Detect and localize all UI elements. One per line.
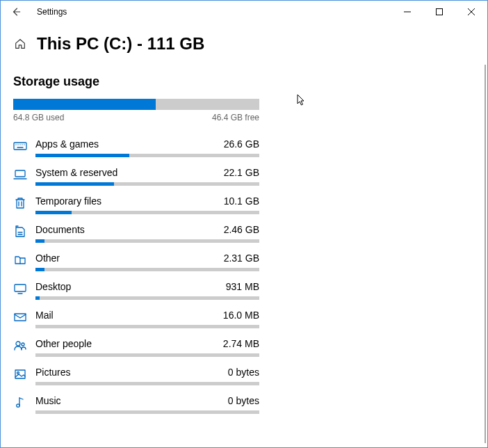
category-row[interactable]: Music0 bytes (13, 390, 259, 419)
category-row[interactable]: Other people2.74 MB (13, 333, 259, 362)
people-icon (13, 339, 27, 353)
minimize-button[interactable] (391, 1, 423, 23)
category-label: Documents (35, 224, 85, 235)
category-size: 0 bytes (228, 367, 259, 378)
category-bar-fill (35, 239, 44, 243)
category-bar (35, 410, 259, 414)
category-list: Apps & games26.6 GBSystem & reserved22.1… (13, 134, 259, 419)
category-row[interactable]: Temporary files10.1 GB (13, 191, 259, 219)
free-label: 46.4 GB free (212, 113, 259, 122)
category-size: 2.31 GB (224, 253, 259, 264)
svg-point-16 (17, 372, 19, 374)
category-bar (35, 211, 259, 214)
overall-usage-fill (13, 99, 156, 110)
category-label: Other (35, 253, 60, 264)
monitor-icon (13, 282, 27, 296)
scrollbar[interactable] (485, 65, 486, 443)
category-bar (35, 239, 259, 243)
mail-icon (13, 310, 27, 324)
svg-rect-10 (15, 285, 26, 291)
category-size: 22.1 GB (224, 167, 259, 178)
svg-rect-12 (15, 314, 26, 321)
category-row[interactable]: Pictures0 bytes (13, 362, 259, 390)
close-button[interactable] (455, 1, 487, 23)
used-label: 64.8 GB used (13, 113, 64, 122)
category-bar (35, 296, 259, 300)
category-size: 931 MB (226, 281, 259, 292)
category-bar (35, 325, 259, 328)
svg-point-14 (22, 343, 24, 346)
category-row[interactable]: Apps & games26.6 GB (13, 134, 259, 162)
cursor-pointer-icon (297, 94, 307, 108)
svg-rect-1 (437, 9, 443, 15)
category-row[interactable]: Desktop931 MB (13, 276, 259, 305)
folder-icon (13, 253, 27, 267)
overall-usage-bar (13, 99, 259, 110)
category-bar-fill (35, 296, 40, 300)
svg-rect-15 (15, 370, 25, 378)
category-row[interactable]: Other2.31 GB (13, 248, 259, 276)
category-bar (35, 154, 259, 157)
category-size: 16.0 MB (223, 310, 259, 321)
category-size: 0 bytes (228, 395, 259, 406)
category-bar (35, 268, 259, 271)
picture-icon (13, 367, 27, 381)
document-icon (13, 225, 27, 239)
category-label: Pictures (35, 367, 71, 378)
category-bar (35, 353, 259, 357)
svg-rect-9 (15, 170, 25, 177)
music-icon (13, 396, 27, 410)
category-label: Music (35, 395, 61, 406)
back-button[interactable] (6, 2, 26, 22)
category-bar-fill (35, 268, 44, 271)
category-bar (35, 182, 259, 186)
home-icon[interactable] (13, 37, 27, 51)
category-label: Desktop (35, 281, 71, 292)
app-title: Settings (37, 7, 67, 17)
category-bar-fill (35, 211, 72, 214)
category-row[interactable]: Documents2.46 GB (13, 219, 259, 248)
category-label: System & reserved (35, 167, 117, 178)
category-label: Other people (35, 338, 92, 349)
category-label: Temporary files (35, 195, 101, 207)
category-size: 2.74 MB (223, 338, 259, 349)
category-row[interactable]: System & reserved22.1 GB (13, 162, 259, 191)
laptop-icon (13, 168, 27, 182)
maximize-button[interactable] (423, 1, 455, 23)
category-bar (35, 382, 259, 385)
trash-icon (13, 196, 27, 210)
page-title: This PC (C:) - 111 GB (37, 34, 204, 54)
category-size: 2.46 GB (224, 224, 259, 235)
category-label: Apps & games (35, 138, 99, 150)
category-row[interactable]: Mail16.0 MB (13, 305, 259, 333)
keyboard-icon (13, 139, 27, 153)
category-size: 26.6 GB (224, 138, 259, 150)
storage-usage-heading: Storage usage (13, 74, 259, 89)
category-size: 10.1 GB (224, 195, 259, 207)
category-bar-fill (35, 154, 129, 157)
svg-point-13 (16, 342, 20, 346)
svg-rect-2 (14, 143, 26, 150)
category-bar-fill (35, 182, 114, 186)
category-label: Mail (35, 310, 54, 321)
